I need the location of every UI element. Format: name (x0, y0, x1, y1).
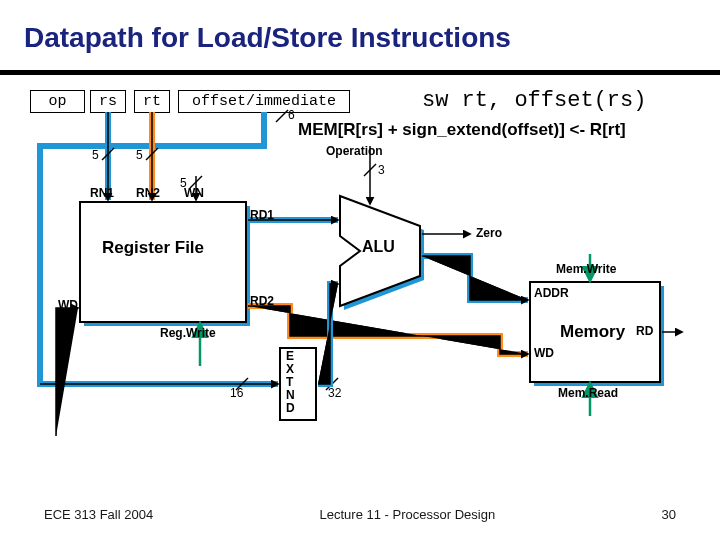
footer-right: 30 (662, 507, 676, 522)
label-extnd: EXTND (286, 350, 295, 415)
label-operation: Operation (326, 144, 383, 158)
label-zero: Zero (476, 226, 502, 240)
bus-width-operation: 3 (378, 163, 385, 177)
bus-width-extnd-out: 32 (328, 386, 341, 400)
bus-width-extnd-in: 16 (230, 386, 243, 400)
bus-width-op: 6 (288, 108, 295, 122)
label-memread: Mem.Read (558, 386, 618, 400)
footer-center: Lecture 11 - Processor Design (320, 507, 496, 522)
label-register-file: Register File (102, 238, 204, 258)
bus-width-rs: 5 (92, 148, 99, 162)
label-alu: ALU (362, 238, 395, 256)
label-regwrite: Reg.Write (160, 326, 216, 340)
datapath-diagram: op rs rt offset/immediate sw rt, offset(… (30, 86, 690, 476)
page-title: Datapath for Load/Store Instructions (24, 22, 511, 54)
label-memory: Memory (560, 322, 625, 342)
footer: ECE 313 Fall 2004 Lecture 11 - Processor… (0, 507, 720, 522)
horizontal-rule (0, 70, 720, 75)
label-rd1: RD1 (250, 208, 274, 222)
label-wn: WN (184, 186, 204, 200)
svg-line-8 (276, 110, 288, 122)
label-addr: ADDR (534, 286, 569, 300)
label-rd: RD (636, 324, 653, 338)
bus-width-rt: 5 (136, 148, 143, 162)
label-memwd: WD (534, 346, 554, 360)
svg-rect-1 (80, 202, 246, 322)
label-memwrite: Mem.Write (556, 262, 616, 276)
label-rn1: RN1 (90, 186, 114, 200)
label-rn2: RN2 (136, 186, 160, 200)
label-wd: WD (58, 298, 78, 312)
label-rd2: RD2 (250, 294, 274, 308)
footer-left: ECE 313 Fall 2004 (44, 507, 153, 522)
